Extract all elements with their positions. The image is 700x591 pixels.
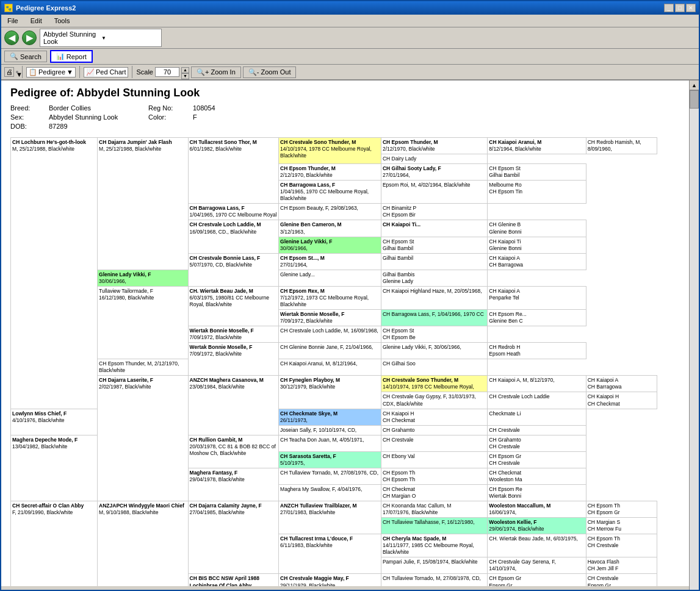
maximize-button[interactable]: □ [675, 4, 685, 12]
breed-label: Breed: [10, 104, 47, 112]
gen5-dog1: CH Epsom Thunder, M 2/12/1970, Black/whi… [381, 138, 487, 154]
gen1-dog2: CH Secret-affair O Clan Abby F, 21/09/19… [11, 501, 98, 586]
gen5-dog6: Glenine Lady Vikki, F 30/06/1966, [279, 237, 381, 253]
gen7-dog18: CH Crestvale [488, 425, 586, 435]
gen6-dog9: CH Kaiapoi Highland Haze, M, 20/05/1968, [381, 286, 487, 309]
gen5-dog19: CH Tullaview Tornado, M, 27/08/1976, CD, [279, 468, 381, 484]
ped-chart-dropdown[interactable]: 📈 Ped Chart [84, 67, 129, 77]
scale-spinner[interactable]: ▲ ▼ [181, 67, 189, 77]
gen7-dog12: CH Epsom St CH Epsom Be [381, 326, 487, 343]
current-dog-name: Abbydel Stunning Look [43, 30, 100, 45]
pedigree-toolbar: 🖨 ▼ 📋 Pedigree ▼ 📈 Ped Chart Scale 70 ▲ … [1, 65, 699, 81]
zoom-in-label: Zoom In [211, 68, 235, 76]
gen6-dog1: CH Kaiapoi Aranui, M 8/12/1964, Black/wh… [488, 138, 586, 154]
gen6-dog6: CH Epsom St Gilhai Bambil [381, 237, 487, 253]
gen7-dog26: Havoca Flash CH Jem Jill F [586, 557, 657, 574]
gen5-dog16: Joseian Sally, F, 10/10/1974, CD, [279, 425, 381, 435]
gen7-dog21: CH Checkmat Wooleston Ma [488, 468, 586, 484]
zoom-out-label: Zoom Out [261, 68, 291, 76]
gen7-dog4: Melbourne Ro CH Epsom Tin [488, 181, 586, 204]
gen6-dog25: CH Crestvale Gay Serena, F, 14/10/1974, [488, 557, 586, 574]
gen4-dog9: Maghera Fantasy, F 29/04/1978, Black/whi… [188, 468, 279, 501]
gen6-dog17: CH Grahamto [381, 425, 487, 435]
print-icon[interactable]: 🖨 [4, 67, 14, 77]
gen5-dog4: CH Barragowa Lass, F 1/04/1965, 1970 CC … [188, 204, 279, 220]
gen5-dog13: CH Crestvale Sono Thunder, M 14/10/1974,… [381, 376, 487, 392]
separator-1 [22, 66, 23, 78]
zoom-in-button[interactable]: 🔍+ Zoom In [191, 66, 241, 78]
gen7-dog15: CH Kaiapoi A CH Barragowa [586, 376, 657, 392]
gen6-dog4: CH Epsom Beauty, F, 29/08/1963, [279, 204, 381, 220]
pedigree-arrow: ▼ [67, 68, 73, 76]
menu-bar: File Edit Tools [1, 15, 699, 27]
title-bar: 🐾 Pedigree Express2 _ □ ✕ [1, 1, 699, 15]
menu-edit[interactable]: Edit [27, 16, 45, 26]
pedigree-dropdown[interactable]: 📋 Pedigree ▼ [26, 67, 76, 77]
menu-tools[interactable]: Tools [51, 16, 73, 26]
scale-value[interactable]: 70 [155, 67, 179, 77]
dob-label: DOB: [10, 123, 47, 130]
gen3-dog2: Tullaview Tailormade, F 16/12/1980, Blac… [98, 286, 189, 359]
gen5-dog5: Glenine Ben Cameron, M 3/12/1963, [279, 220, 381, 237]
gen5-dog9: CH Epsom Rex, M 7/12/1972, 1973 CC Melbo… [279, 286, 381, 309]
dropdown-dots[interactable]: ▼ [16, 71, 18, 73]
dob-value: 87289 [49, 123, 146, 130]
gen6-dog2: CH Gilhai Sooty Lady, F 27/01/1964, [381, 164, 487, 181]
gen5-dog18: CH Sarasota Saretta, F 5/10/1975, [279, 451, 381, 468]
gen6-dog14: CH Kaiapoi A, M, 8/12/1970, [488, 376, 586, 392]
gen6-dog20: CH Epsom Th CH Epsom Th [381, 468, 487, 484]
back-button[interactable]: ◀ [4, 30, 19, 45]
dropdown-arrow: ▼ [101, 35, 158, 41]
vertical-scrollbar[interactable]: ▲ ▼ [689, 81, 699, 591]
gen4-dog10: ANZCH Tullaview Trailblazer, M 27/01/198… [279, 501, 381, 534]
minimize-button[interactable]: _ [664, 4, 674, 12]
gen5-dog22: CH Tullaview Tallahasse, F, 16/12/1980, [381, 518, 487, 534]
gen4-dog2: CH Crestvale Loch Laddie, M 16/09/1968, … [188, 220, 279, 253]
gen2-dog2: CH Dajarra Laserite, F 2/02/1987, Black/… [98, 376, 189, 501]
gen2-dog3: ANZJAPCH Windygyle Maori Chief M, 9/10/1… [98, 501, 189, 586]
gen6-dog26: CH Epsom Gr Epsom Gr [488, 574, 586, 586]
search-report-toolbar: 🔍 Search 📊 Report [1, 49, 699, 65]
app-title: Pedigree Express2 [16, 4, 76, 12]
zoom-out-button[interactable]: 🔍- Zoom Out [243, 66, 297, 78]
gen6-dog22: Wooleston Maccallum, M 16/06/1974, [488, 501, 586, 518]
gen6-dog5: CH Kaiapoi Ti... [381, 220, 487, 237]
gen4-dog4: CH. Wiertak Beau Jade, M 6/03/1975, 1980… [188, 286, 279, 326]
search-button[interactable]: 🔍 Search [4, 51, 47, 62]
zoom-out-icon: 🔍- [248, 68, 259, 76]
reg-label: Reg No: [148, 104, 191, 112]
gen3-dog4: Maghera Depeche Mode, F 13/04/1982, Blac… [11, 435, 98, 501]
report-button[interactable]: 📊 Report [50, 50, 93, 63]
ped-chart-label: Ped Chart [96, 68, 126, 76]
gen5-dog15: CH Checkmate Skye, M 26/11/1973, [279, 409, 381, 425]
scroll-up-button[interactable]: ▲ [690, 81, 699, 90]
gen6-dog7: Gilhai Bambil [381, 253, 487, 270]
gen7-dog7: CH Kaiapoi Ti Glenine Bonni [488, 237, 586, 253]
gen5-dog23: CH Cheryla Mac Spade, M 14/11/1977, 1985… [381, 534, 487, 557]
main-content: Pedigree of: Abbydel Stunning Look Breed… [1, 81, 689, 586]
dog-selector[interactable]: Abbydel Stunning Look ▼ [40, 29, 162, 47]
gen4-dog7: Lowlynn Miss Chief, F 4/10/1976, Black/w… [11, 409, 98, 435]
gen7-dog2: CH Dairy Lady [381, 154, 487, 164]
menu-file[interactable]: File [4, 16, 21, 26]
gen6-dog10: CH Barragowa Lass, F, 1/04/1966, 1970 CC [381, 309, 487, 326]
gen7-dog22: CH Epsom Re Wiertak Bonni [488, 484, 586, 501]
scroll-thumb[interactable] [690, 90, 699, 109]
gen5-dog25: CH Tullaview Tornado, M, 27/08/1978, CD, [381, 574, 487, 586]
ped-chart-icon: 📈 [86, 68, 95, 76]
report-icon: 📊 [56, 52, 65, 60]
nav-bar: ◀ ▶ Abbydel Stunning Look ▼ [1, 27, 699, 49]
gen4-dog11: CH Tullacrest Irma L'douce, F 6/11/1983,… [279, 534, 381, 574]
gen2-dog1: CH Dajarra Jumpin' Jak Flash M, 25/12/19… [98, 138, 189, 270]
gen4-dog6: CH Fyneglen Playboy, M 30/12/1979, Black… [279, 376, 381, 409]
gen5-dog17: CH Teacha Don Juan, M, 4/05/1971, [279, 435, 381, 451]
gen6-dog21: CH Checkmat CH Margian O [381, 484, 487, 501]
forward-button[interactable]: ▶ [22, 30, 37, 45]
gen6-dog18: CH Crestvale [381, 435, 487, 451]
close-button[interactable]: ✕ [686, 4, 696, 12]
gen4-dog5: Wertak Bonnie Moselle, F 7/09/1972, Blac… [188, 343, 279, 376]
pedigree-title: Pedigree of: Abbydel Stunning Look [10, 87, 680, 99]
search-label: Search [20, 53, 41, 60]
gen4-dog8: CH Rullion Gambit, M 20/03/1978, CC 81 &… [188, 435, 279, 468]
gen5-dog12b: CH Epsom Thunder, M, 2/12/1970, Black/wh… [98, 359, 189, 376]
